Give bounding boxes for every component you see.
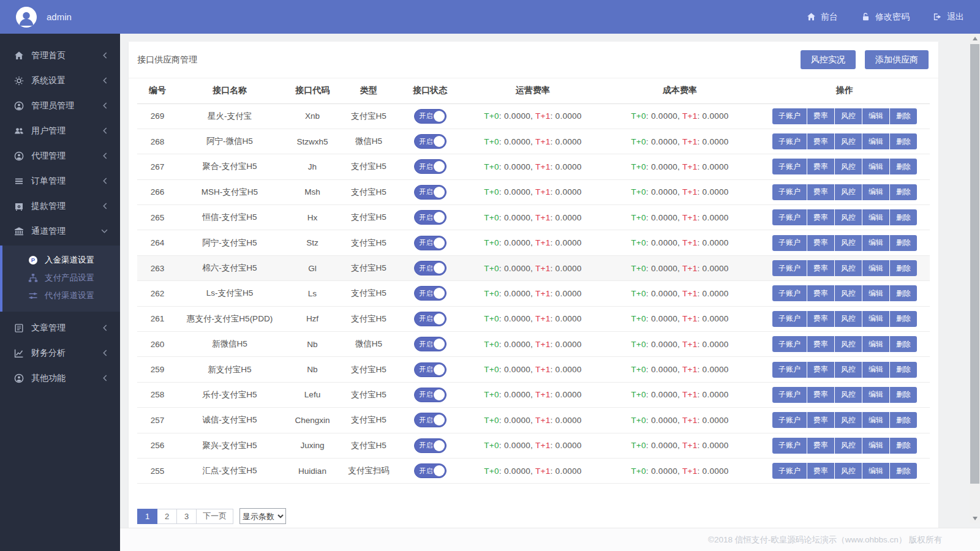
action-risk-button[interactable]: 风控 [835, 108, 862, 124]
action-edit-button[interactable]: 编辑 [862, 260, 890, 276]
action-delete-button[interactable]: 删除 [890, 133, 917, 149]
sidebar-item-admin-management[interactable]: 管理员管理 [0, 93, 120, 118]
status-toggle[interactable]: 开启 [414, 134, 447, 149]
action-risk-button[interactable]: 风控 [835, 387, 862, 403]
add-supplier-button[interactable]: 添加供应商 [865, 50, 929, 69]
action-delete-button[interactable]: 删除 [890, 285, 917, 301]
status-toggle[interactable]: 开启 [414, 261, 447, 276]
action-edit-button[interactable]: 编辑 [862, 362, 890, 378]
action-risk-button[interactable]: 风控 [835, 235, 862, 251]
action-delete-button[interactable]: 删除 [890, 336, 917, 352]
status-toggle[interactable]: 开启 [414, 362, 447, 377]
action-rate-button[interactable]: 费率 [807, 311, 835, 327]
action-edit-button[interactable]: 编辑 [862, 209, 890, 225]
action-risk-button[interactable]: 风控 [835, 260, 862, 276]
status-toggle[interactable]: 开启 [414, 236, 447, 250]
status-toggle[interactable]: 开启 [414, 185, 447, 200]
action-delete-button[interactable]: 删除 [890, 387, 917, 403]
status-toggle[interactable]: 开启 [414, 109, 447, 124]
action-delete-button[interactable]: 删除 [890, 108, 917, 124]
action-edit-button[interactable]: 编辑 [862, 159, 890, 174]
action-rate-button[interactable]: 费率 [807, 438, 835, 454]
action-rate-button[interactable]: 费率 [807, 463, 835, 479]
action-rate-button[interactable]: 费率 [807, 285, 835, 301]
logout-link[interactable]: 退出 [933, 12, 964, 23]
action-rate-button[interactable]: 费率 [807, 108, 835, 124]
action-delete-button[interactable]: 删除 [890, 184, 917, 200]
action-edit-button[interactable]: 编辑 [862, 133, 890, 149]
action-delete-button[interactable]: 删除 [890, 438, 917, 454]
action-risk-button[interactable]: 风控 [835, 336, 862, 352]
status-toggle[interactable]: 开启 [414, 159, 447, 174]
action-risk-button[interactable]: 风控 [835, 438, 862, 454]
sidebar-item-finance-analysis[interactable]: 财务分析 [0, 340, 120, 365]
sidebar-item-withdrawal-management[interactable]: 提款管理 [0, 193, 120, 219]
status-toggle[interactable]: 开启 [414, 413, 447, 427]
action-edit-button[interactable]: 编辑 [862, 412, 890, 428]
action-rate-button[interactable]: 费率 [807, 159, 835, 174]
submenu-item-payment-product-settings[interactable]: 支付产品设置 [2, 269, 120, 287]
action-delete-button[interactable]: 删除 [890, 362, 917, 378]
action-edit-button[interactable]: 编辑 [862, 387, 890, 403]
action-subaccount-button[interactable]: 子账户 [772, 235, 807, 251]
action-edit-button[interactable]: 编辑 [862, 285, 890, 301]
risk-live-button[interactable]: 风控实况 [801, 50, 856, 69]
action-risk-button[interactable]: 风控 [835, 133, 862, 149]
status-toggle[interactable]: 开启 [414, 337, 447, 351]
action-delete-button[interactable]: 删除 [890, 260, 917, 276]
action-edit-button[interactable]: 编辑 [862, 184, 890, 200]
page-size-select[interactable]: 显示条数 [239, 508, 286, 524]
sidebar-item-user-management[interactable]: 用户管理 [0, 118, 120, 143]
action-subaccount-button[interactable]: 子账户 [772, 387, 807, 403]
scrollbar-up-arrow[interactable] [970, 34, 980, 43]
status-toggle[interactable]: 开启 [414, 312, 447, 326]
sidebar-item-article-management[interactable]: 文章管理 [0, 315, 120, 340]
sidebar-item-system-settings[interactable]: 系统设置 [0, 68, 120, 93]
action-delete-button[interactable]: 删除 [890, 209, 917, 225]
frontend-link[interactable]: 前台 [807, 12, 838, 23]
action-edit-button[interactable]: 编辑 [862, 108, 890, 124]
action-delete-button[interactable]: 删除 [890, 463, 917, 479]
action-rate-button[interactable]: 费率 [807, 235, 835, 251]
action-rate-button[interactable]: 费率 [807, 412, 835, 428]
status-toggle[interactable]: 开启 [414, 210, 447, 225]
action-subaccount-button[interactable]: 子账户 [772, 184, 807, 200]
action-subaccount-button[interactable]: 子账户 [772, 260, 807, 276]
action-delete-button[interactable]: 删除 [890, 159, 917, 174]
action-risk-button[interactable]: 风控 [835, 209, 862, 225]
action-subaccount-button[interactable]: 子账户 [772, 463, 807, 479]
action-edit-button[interactable]: 编辑 [862, 336, 890, 352]
status-toggle[interactable]: 开启 [414, 463, 447, 478]
submenu-item-payout-channel-settings[interactable]: 代付渠道设置 [2, 287, 120, 304]
action-delete-button[interactable]: 删除 [890, 311, 917, 327]
submenu-item-deposit-channel-settings[interactable]: P入金渠道设置 [2, 251, 120, 269]
action-subaccount-button[interactable]: 子账户 [772, 362, 807, 378]
action-risk-button[interactable]: 风控 [835, 463, 862, 479]
next-page-button[interactable]: 下一页 [196, 509, 233, 524]
sidebar-item-agent-management[interactable]: 代理管理 [0, 143, 120, 168]
action-edit-button[interactable]: 编辑 [862, 438, 890, 454]
status-toggle[interactable]: 开启 [414, 438, 447, 453]
action-subaccount-button[interactable]: 子账户 [772, 412, 807, 428]
action-rate-button[interactable]: 费率 [807, 184, 835, 200]
action-rate-button[interactable]: 费率 [807, 387, 835, 403]
status-toggle[interactable]: 开启 [414, 388, 447, 402]
action-delete-button[interactable]: 删除 [890, 235, 917, 251]
action-edit-button[interactable]: 编辑 [862, 463, 890, 479]
scrollbar-thumb[interactable] [970, 44, 979, 484]
action-subaccount-button[interactable]: 子账户 [772, 438, 807, 454]
action-rate-button[interactable]: 费率 [807, 133, 835, 149]
action-edit-button[interactable]: 编辑 [862, 311, 890, 327]
action-subaccount-button[interactable]: 子账户 [772, 209, 807, 225]
action-subaccount-button[interactable]: 子账户 [772, 311, 807, 327]
action-subaccount-button[interactable]: 子账户 [772, 108, 807, 124]
sidebar-item-channel-management[interactable]: 通道管理 [0, 219, 120, 244]
action-rate-button[interactable]: 费率 [807, 260, 835, 276]
page-1-button[interactable]: 1 [137, 509, 157, 524]
action-risk-button[interactable]: 风控 [835, 285, 862, 301]
action-edit-button[interactable]: 编辑 [862, 235, 890, 251]
action-delete-button[interactable]: 删除 [890, 412, 917, 428]
action-risk-button[interactable]: 风控 [835, 362, 862, 378]
action-risk-button[interactable]: 风控 [835, 311, 862, 327]
action-risk-button[interactable]: 风控 [835, 412, 862, 428]
